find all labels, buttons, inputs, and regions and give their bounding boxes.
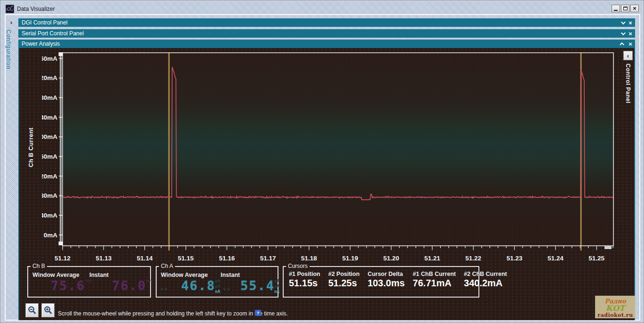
close-panel-button[interactable]: ×	[627, 30, 634, 37]
y-tick-label: 80mA	[42, 192, 57, 199]
close-panel-button[interactable]: ×	[627, 40, 634, 47]
data-visualizer-window: Data Visualizer × › Configuration DGI Co…	[0, 0, 644, 323]
collapse-panel-button[interactable]	[619, 40, 626, 47]
chb-instant-label: Instant	[89, 272, 109, 278]
cursor-readout: #1 ChB Current76.71mA	[413, 271, 456, 289]
groupbox-legend: Ch B	[31, 263, 47, 269]
zoom-out-icon	[28, 306, 37, 315]
tab-control-panel[interactable]: Control Panel	[625, 64, 631, 104]
x-tick-label: 51.12	[55, 255, 71, 262]
app-logo-icon	[6, 5, 14, 13]
minimize-icon	[614, 10, 618, 11]
panel-title: Power Analysis	[22, 40, 60, 47]
cha-window-average-label: Window Average	[161, 272, 208, 278]
x-tick-label: 51.20	[383, 255, 399, 262]
cursor-readout-label: Cursor Delta	[367, 271, 405, 277]
chevron-down-icon	[620, 20, 625, 24]
unit-label: nA	[215, 289, 220, 294]
chevron-down-icon	[620, 31, 625, 35]
unit-label: mA	[274, 279, 279, 284]
x-tick-label: 51.16	[219, 255, 235, 262]
cursor-readout-label: #1 Position	[289, 271, 320, 277]
chb-instant-unit: mA	[146, 278, 152, 283]
cursor-readout: #2 ChB Current340.2mA	[464, 271, 507, 289]
y-axis-scrollbar[interactable]	[60, 53, 62, 245]
y-axis-title: Ch B Current	[27, 128, 34, 168]
cha-window-average-display: 46.8	[181, 278, 215, 293]
dock-edge-divider	[634, 48, 635, 320]
watermark-url: radiokot.ru	[595, 312, 636, 319]
x-tick-label: 51.15	[178, 255, 194, 262]
cursor-readout: #1 Position51.15s	[289, 271, 320, 289]
cursor-readout-label: #1 ChB Current	[413, 271, 456, 277]
titlebar[interactable]: Data Visualizer ×	[0, 0, 644, 15]
panel-header-power-analysis[interactable]: Power Analysis ×	[18, 40, 635, 48]
y-tick-label: 240mA	[42, 114, 57, 121]
groupbox-legend: Cursors	[286, 263, 310, 269]
panel-header-dgi-control[interactable]: DGI Control Panel ×	[18, 18, 635, 27]
cursor-readout-value: 51.25s	[328, 278, 360, 289]
cursor-readout-value: 76.71mA	[413, 278, 456, 289]
cha-instant-units: mAµAnA	[274, 279, 279, 294]
y-tick-label: 160mA	[42, 153, 57, 160]
minimize-button[interactable]	[612, 5, 620, 12]
zoom-in-button[interactable]	[41, 303, 55, 317]
cursor-readout-label: #2 ChB Current	[464, 271, 507, 277]
zoom-in-icon	[44, 306, 53, 315]
power-chart-svg[interactable]: 0mA40mA80mA120mA160mA200mA240mA280mA320m…	[42, 51, 617, 264]
y-axis-scroll-handle-bottom[interactable]	[59, 242, 63, 245]
x-axis-scroll-handle[interactable]	[604, 246, 612, 249]
groupbox-legend: Ch A	[159, 263, 175, 269]
cha-instant-label: Instant	[221, 272, 240, 278]
cursor-readout-value: 103.0ms	[367, 278, 405, 289]
expand-panel-button[interactable]	[619, 19, 626, 26]
chb-instant-display: 76.0	[112, 278, 146, 293]
cursor-readout: Cursor Delta103.0ms	[367, 271, 405, 289]
control-panel-expand-button[interactable]: ‹	[623, 51, 633, 60]
window-title: Data Visualizer	[17, 6, 55, 12]
expand-panel-button[interactable]	[619, 30, 626, 37]
x-tick-label: 51.25	[588, 255, 604, 262]
unit-label: µA	[274, 284, 279, 289]
x-tick-label: 51.21	[424, 255, 440, 262]
y-tick-label: 280mA	[42, 94, 57, 101]
y-tick-label: 0mA	[44, 232, 58, 239]
radiokot-watermark: Радио КОТ radiokot.ru	[595, 296, 636, 318]
x-tick-label: 51.22	[465, 255, 481, 262]
y-tick-label: 120mA	[42, 173, 57, 180]
zoom-hint-text: Scroll the mouse-wheel while pressing an…	[58, 310, 288, 317]
chb-window-average-display: 75.6	[51, 278, 85, 293]
cha-instant-sign: --	[223, 285, 231, 292]
chevron-right-icon: ›	[10, 19, 12, 26]
watermark-text-2: КОТ	[606, 304, 625, 313]
panel-header-serial-port[interactable]: Serial Port Control Panel ×	[18, 29, 635, 38]
zoom-out-button[interactable]	[25, 303, 39, 317]
x-tick-label: 51.23	[507, 255, 523, 262]
close-button[interactable]: ×	[630, 5, 639, 12]
maximize-button[interactable]	[621, 5, 629, 12]
unit-label: mA	[215, 279, 220, 284]
close-panel-button[interactable]: ×	[627, 19, 634, 26]
cha-measurement-box: Ch A Window Average Instant -- 46.8 mAµA…	[156, 266, 278, 298]
unit-label: nA	[274, 289, 279, 294]
y-tick-label: 360mA	[42, 55, 57, 62]
chevron-up-icon	[620, 42, 624, 47]
cha-instant-display: 55.4	[240, 278, 275, 293]
y-axis-scroll-handle-top[interactable]	[59, 52, 63, 56]
x-tick-label: 51.18	[301, 255, 317, 262]
sidebar-tab-configuration[interactable]: Configuration	[5, 30, 12, 69]
chevron-left-icon: ‹	[627, 52, 629, 59]
panel-title: Serial Port Control Panel	[22, 30, 84, 37]
cursor-readouts: #1 Position51.15s#2 Position51.25sCursor…	[289, 271, 507, 289]
cursors-box: Cursors #1 Position51.15s#2 Position51.2…	[283, 266, 479, 298]
sidebar-expand-button[interactable]: ›	[7, 17, 16, 27]
y-tick-label: 40mA	[42, 212, 57, 219]
help-icon[interactable]: ?	[255, 310, 261, 316]
x-tick-label: 51.14	[137, 255, 153, 262]
x-tick-label: 51.13	[95, 255, 111, 262]
time-cursor-1[interactable]	[168, 53, 170, 250]
maximize-icon	[623, 7, 628, 10]
chb-measurement-box: Ch B Window Average Instant 75.6 mA 76.0…	[27, 266, 151, 298]
y-tick-label: 200mA	[42, 133, 57, 140]
cursor-readout-value: 51.15s	[289, 278, 320, 289]
